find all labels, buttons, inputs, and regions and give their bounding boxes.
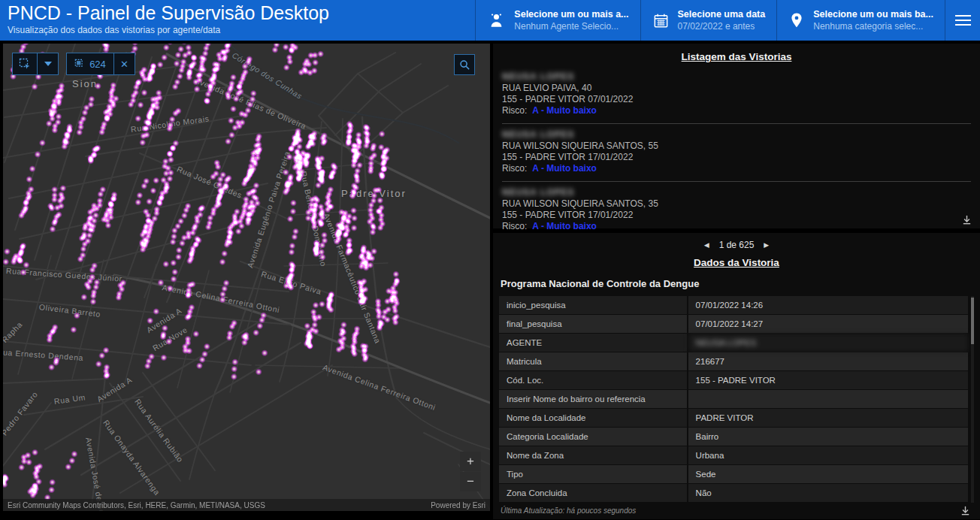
field-label: Matricula bbox=[499, 352, 687, 370]
selection-count: 624 bbox=[89, 59, 106, 70]
download-icon bbox=[960, 505, 971, 516]
zoom-in-button[interactable]: + bbox=[460, 452, 481, 471]
neighborhood-selector-value: Nenhuma categoria selec... bbox=[813, 21, 933, 32]
agent-selector[interactable]: Selecione um ou mais a... Nenhum Agente … bbox=[475, 0, 640, 41]
header-selectors: Selecione um ou mais a... Nenhum Agente … bbox=[475, 0, 980, 41]
risk-line: Risco:A - Muito baixo bbox=[502, 221, 971, 232]
magnifier-icon bbox=[459, 59, 470, 71]
select-tool-dropdown-button[interactable] bbox=[38, 53, 59, 75]
app-header: PNCD - Painel de Supervisão Desktop Visu… bbox=[0, 0, 980, 41]
field-value: PADRE VITOR bbox=[688, 409, 968, 427]
map-search-button[interactable] bbox=[454, 54, 475, 75]
table-scrollbar-thumb[interactable] bbox=[971, 298, 974, 344]
field-label: Nome da Localidade bbox=[499, 409, 687, 427]
table-row: Categoria Localidade Bairro bbox=[499, 428, 968, 446]
field-value: 07/01/2022 14:26 bbox=[688, 296, 968, 314]
previous-page-arrow[interactable]: ◀ bbox=[704, 241, 709, 249]
detail-panel-title: Dados da Vistoria bbox=[499, 257, 974, 268]
table-row: Nome da Localidade PADRE VITOR bbox=[499, 409, 968, 427]
list-item[interactable]: NEUSA LOPES RUA WILSON SIQUEIRA SANTOS, … bbox=[502, 182, 971, 239]
date-selector[interactable]: Selecione uma data 07/02/2022 e antes bbox=[640, 0, 777, 41]
hamburger-icon bbox=[955, 15, 971, 26]
locality-date-line: 155 - PADRE VITOR 17/01/2022 bbox=[502, 210, 971, 221]
zoom-out-button[interactable]: − bbox=[460, 472, 481, 491]
detail-table-rows: inicio_pesquisa 07/01/2022 14:26 final_p… bbox=[499, 296, 968, 502]
risk-value: A - Muito baixo bbox=[532, 163, 597, 174]
agent-icon bbox=[487, 11, 506, 30]
detail-footer: Última Atualização: há poucos segundos bbox=[499, 503, 974, 519]
field-label: AGENTE bbox=[499, 334, 687, 352]
address-line: RUA WILSON SIQUEIRA SANTOS, 55 bbox=[502, 141, 971, 152]
table-row: Zona Concluida Não bbox=[499, 484, 968, 502]
calendar-icon bbox=[652, 12, 670, 29]
map-selection-tools: 624 ✕ bbox=[12, 53, 135, 75]
content: SionPadre VitorRua Nicolino MoraisAvenid… bbox=[0, 41, 980, 520]
powered-by-esri: Powered by Esri bbox=[431, 501, 485, 509]
page-title: PNCD - Painel de Supervisão Desktop bbox=[8, 2, 329, 24]
map-pin-icon bbox=[788, 11, 805, 29]
risk-value: A - Muito baixo bbox=[532, 105, 597, 116]
risk-line: Risco:A - Muito baixo bbox=[502, 105, 971, 116]
select-rectangle-button[interactable] bbox=[12, 53, 38, 75]
list-download-button[interactable] bbox=[961, 214, 972, 225]
map[interactable]: SionPadre VitorRua Nicolino MoraisAvenid… bbox=[3, 44, 490, 511]
field-value: 155 - PADRE VITOR bbox=[688, 371, 968, 389]
chevron-down-icon bbox=[44, 62, 52, 66]
list-panel-title: Listagem das Vistorias bbox=[502, 51, 971, 62]
list-item[interactable]: NEUSA LOPES RUA WILSON SIQUEIRA SANTOS, … bbox=[502, 124, 971, 182]
detail-download-button[interactable] bbox=[960, 505, 971, 516]
list-item[interactable]: NEUSA LOPES RUA ELVIO PAIVA, 40 155 - PA… bbox=[502, 66, 971, 124]
program-subtitle: Programa Nacional de Controle da Dengue bbox=[499, 278, 974, 289]
inspections-list-panel: Listagem das Vistorias NEUSA LOPES RUA E… bbox=[493, 44, 980, 228]
last-update-note: Última Atualização: há poucos segundos bbox=[501, 506, 636, 515]
agent-selector-value: Nenhum Agente Selecio... bbox=[514, 21, 628, 32]
selection-count-button[interactable]: 624 bbox=[66, 53, 114, 75]
neighborhood-selector[interactable]: Selecione um ou mais ba... Nenhuma categ… bbox=[776, 0, 945, 41]
risk-value: A - Muito baixo bbox=[532, 221, 597, 231]
field-value: Bairro bbox=[688, 428, 968, 446]
attribution-text: Esri Community Maps Contributors, Esri, … bbox=[8, 501, 265, 509]
map-zoom-controls: + − bbox=[460, 452, 481, 491]
close-icon: ✕ bbox=[120, 59, 129, 70]
field-value bbox=[688, 390, 968, 408]
right-column: Listagem das Vistorias NEUSA LOPES RUA E… bbox=[493, 44, 980, 517]
table-scrollbar-track[interactable] bbox=[971, 296, 974, 503]
field-label: inicio_pesquisa bbox=[499, 296, 687, 314]
pagination: ◀ 1 de 625 ▶ bbox=[499, 240, 974, 250]
field-label: Inserir Nome do bairro ou referencia bbox=[499, 390, 687, 408]
table-row: Nome da Zona Urbana bbox=[499, 446, 968, 464]
header-title-block: PNCD - Painel de Supervisão Desktop Visu… bbox=[0, 0, 329, 41]
locality-date-line: 155 - PADRE VITOR 17/01/2022 bbox=[502, 152, 971, 163]
field-label: Zona Concluida bbox=[499, 484, 687, 502]
field-value: 07/01/2022 14:27 bbox=[688, 315, 968, 333]
page-subtitle: Visualização dos dados das vistorias por… bbox=[8, 25, 329, 35]
address-line: RUA ELVIO PAIVA, 40 bbox=[502, 83, 971, 94]
clear-selection-button[interactable]: ✕ bbox=[114, 53, 135, 75]
download-icon bbox=[961, 214, 972, 225]
table-row: Cód. Loc. 155 - PADRE VITOR bbox=[499, 371, 968, 389]
risk-label: Risco: bbox=[502, 105, 527, 116]
date-selector-label: Selecione uma data bbox=[678, 9, 766, 20]
field-value: NEUSA LOPES bbox=[688, 334, 968, 352]
table-row: inicio_pesquisa 07/01/2022 14:26 bbox=[499, 296, 968, 314]
field-value: Urbana bbox=[688, 446, 968, 464]
agent-name-redacted: NEUSA LOPES bbox=[502, 187, 971, 198]
agent-name-redacted: NEUSA LOPES bbox=[502, 129, 971, 141]
agent-selector-label: Selecione um ou mais a... bbox=[514, 9, 628, 20]
table-row: AGENTE NEUSA LOPES bbox=[499, 334, 968, 352]
date-selector-value: 07/02/2022 e antes bbox=[678, 21, 766, 32]
field-label: Categoria Localidade bbox=[499, 428, 687, 446]
neighborhood-selector-label: Selecione um ou mais ba... bbox=[813, 9, 933, 20]
table-row: Tipo Sede bbox=[499, 465, 968, 483]
inspection-dots-layer bbox=[3, 44, 490, 511]
field-value: 216677 bbox=[688, 352, 968, 370]
next-page-arrow[interactable]: ▶ bbox=[764, 241, 769, 249]
risk-label: Risco: bbox=[502, 221, 527, 231]
risk-label: Risco: bbox=[502, 163, 527, 174]
table-row: Matricula 216677 bbox=[499, 352, 968, 370]
page-indicator: 1 de 625 bbox=[719, 240, 755, 250]
selection-count-group: 624 ✕ bbox=[66, 53, 135, 75]
menu-button[interactable] bbox=[945, 0, 980, 41]
table-row: final_pesquisa 07/01/2022 14:27 bbox=[499, 315, 968, 333]
field-value: Sede bbox=[688, 465, 968, 483]
